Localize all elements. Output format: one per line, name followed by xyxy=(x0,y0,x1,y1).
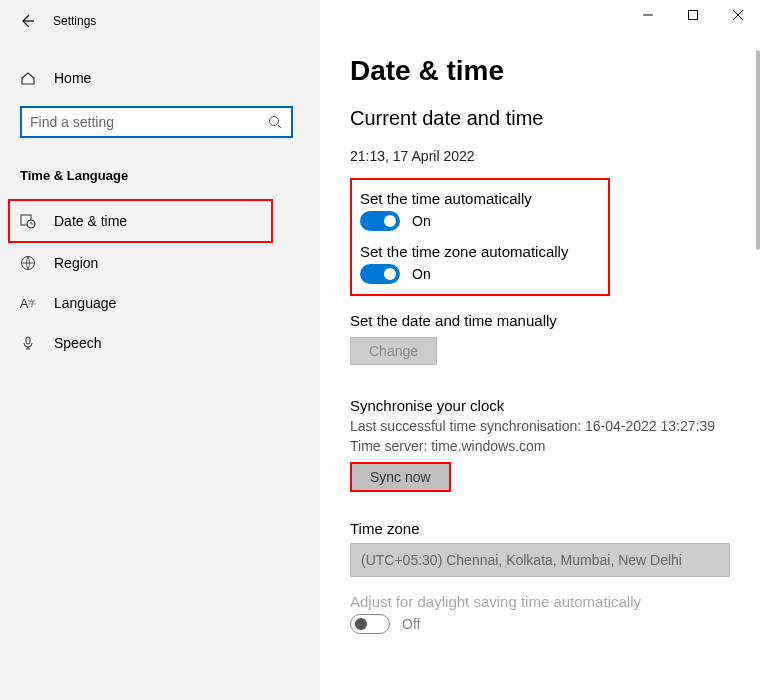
sidebar-item-label: Region xyxy=(54,255,98,271)
dst-toggle xyxy=(350,614,390,634)
page-title: Date & time xyxy=(350,55,730,87)
microphone-icon xyxy=(20,335,36,351)
search-field[interactable] xyxy=(30,114,267,130)
svg-rect-4 xyxy=(26,337,30,344)
home-label: Home xyxy=(54,70,91,86)
maximize-button[interactable] xyxy=(670,0,715,30)
section-header: Current date and time xyxy=(350,107,730,130)
window-title: Settings xyxy=(53,14,96,28)
calendar-clock-icon xyxy=(20,213,36,229)
sync-header: Synchronise your clock xyxy=(350,397,730,414)
sidebar-item-label: Speech xyxy=(54,335,101,351)
close-button[interactable] xyxy=(715,0,760,30)
sidebar-item-language[interactable]: A字 Language xyxy=(0,283,320,323)
titlebar: Settings xyxy=(0,0,320,42)
sidebar-item-label: Language xyxy=(54,295,116,311)
sidebar-item-label: Date & time xyxy=(54,213,127,229)
sync-now-button[interactable]: Sync now xyxy=(350,462,451,492)
auto-tz-state: On xyxy=(412,266,431,282)
language-icon: A字 xyxy=(20,295,36,311)
sidebar-item-date-time[interactable]: Date & time xyxy=(8,199,273,243)
auto-tz-label: Set the time zone automatically xyxy=(360,243,594,260)
auto-tz-toggle[interactable] xyxy=(360,264,400,284)
current-datetime: 21:13, 17 April 2022 xyxy=(350,148,730,164)
main-content: Date & time Current date and time 21:13,… xyxy=(320,0,760,700)
globe-icon xyxy=(20,255,36,271)
auto-time-state: On xyxy=(412,213,431,229)
search-input[interactable] xyxy=(20,106,293,138)
minimize-button[interactable] xyxy=(625,0,670,30)
manual-time-label: Set the date and time manually xyxy=(350,312,730,329)
auto-time-label: Set the time automatically xyxy=(360,190,594,207)
scrollbar[interactable] xyxy=(756,50,760,250)
sync-last-text: Last successful time synchronisation: 16… xyxy=(350,418,730,434)
change-button: Change xyxy=(350,337,437,365)
back-button[interactable] xyxy=(20,14,38,28)
auto-settings-group: Set the time automatically On Set the ti… xyxy=(350,178,610,296)
sidebar-item-region[interactable]: Region xyxy=(0,243,320,283)
home-icon xyxy=(20,70,36,86)
sidebar-item-speech[interactable]: Speech xyxy=(0,323,320,363)
dst-state: Off xyxy=(402,616,420,632)
svg-rect-5 xyxy=(688,11,697,20)
sidebar: Settings Home Time & Language xyxy=(0,0,320,700)
timezone-header: Time zone xyxy=(350,520,730,537)
dst-label: Adjust for daylight saving time automati… xyxy=(350,593,730,610)
home-nav[interactable]: Home xyxy=(20,62,320,94)
svg-point-0 xyxy=(270,117,279,126)
sync-server-text: Time server: time.windows.com xyxy=(350,438,730,454)
category-header: Time & Language xyxy=(20,168,320,183)
search-icon xyxy=(267,114,283,130)
auto-time-toggle[interactable] xyxy=(360,211,400,231)
timezone-select: (UTC+05:30) Chennai, Kolkata, Mumbai, Ne… xyxy=(350,543,730,577)
